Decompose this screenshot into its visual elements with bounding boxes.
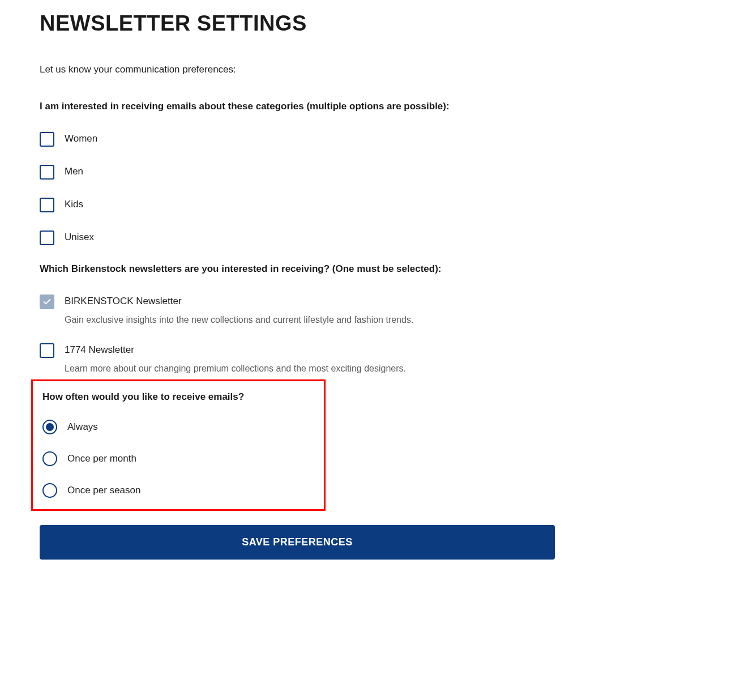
category-option-kids[interactable]: Kids <box>40 198 700 212</box>
radio-label: Always <box>67 421 98 433</box>
checkbox-kids[interactable] <box>40 198 54 212</box>
checkbox-label: Women <box>65 132 97 144</box>
categories-heading: I am interested in receiving emails abou… <box>40 101 700 112</box>
frequency-heading: How often would you like to receive emai… <box>42 391 321 403</box>
radio-label: Once per month <box>67 453 136 464</box>
intro-text: Let us know your communication preferenc… <box>40 64 700 75</box>
newsletter-option-birkenstock[interactable]: BIRKENSTOCK Newsletter Gain exclusive in… <box>40 294 700 325</box>
checkbox-label: Men <box>65 165 83 177</box>
checkbox-birkenstock-newsletter[interactable] <box>40 294 54 309</box>
save-preferences-button[interactable]: SAVE PREFERENCES <box>40 525 555 560</box>
frequency-option-always[interactable]: Always <box>42 420 321 434</box>
category-option-women[interactable]: Women <box>40 132 700 147</box>
radio-once-per-month[interactable] <box>42 451 57 466</box>
newsletter-description: Learn more about our changing premium co… <box>65 364 406 374</box>
checkbox-men[interactable] <box>40 165 54 180</box>
newsletter-option-1774[interactable]: 1774 Newsletter Learn more about our cha… <box>40 343 700 374</box>
checkbox-women[interactable] <box>40 132 54 147</box>
checkbox-label: Kids <box>65 198 83 210</box>
radio-label: Once per season <box>67 485 140 496</box>
category-option-men[interactable]: Men <box>40 165 700 180</box>
checkbox-label: BIRKENSTOCK Newsletter <box>65 294 413 307</box>
check-icon <box>42 297 52 306</box>
radio-once-per-season[interactable] <box>42 483 57 498</box>
frequency-option-once-per-month[interactable]: Once per month <box>42 451 321 466</box>
checkbox-label: Unisex <box>65 231 94 243</box>
category-option-unisex[interactable]: Unisex <box>40 231 700 245</box>
checkbox-label: 1774 Newsletter <box>65 343 406 356</box>
frequency-option-once-per-season[interactable]: Once per season <box>42 483 321 498</box>
page-title: NEWSLETTER SETTINGS <box>40 11 700 36</box>
frequency-section-highlight: How often would you like to receive emai… <box>31 379 326 511</box>
checkbox-unisex[interactable] <box>40 231 54 245</box>
radio-always[interactable] <box>42 420 57 434</box>
newsletters-heading: Which Birkenstock newsletters are you in… <box>40 263 700 275</box>
newsletter-description: Gain exclusive insights into the new col… <box>65 315 413 325</box>
checkbox-1774-newsletter[interactable] <box>40 343 54 358</box>
